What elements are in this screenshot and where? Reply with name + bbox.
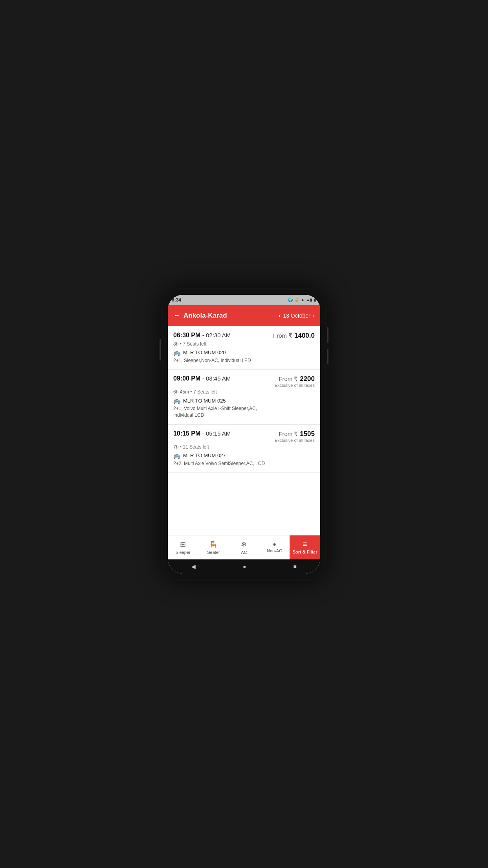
sortfilter-icon: ≡	[303, 540, 307, 548]
bus-details-2: 2+1, Volvo Multi Axle I-Shift Sleeper,AC…	[173, 405, 315, 419]
bus-name-3: MLR TO MUM 027	[183, 452, 226, 458]
bus-name-row-3: 🚌 MLR TO MUM 027	[173, 452, 315, 459]
bus-details-1: 2+1, Sleeper,Non-AC, Individual LED	[173, 357, 315, 364]
app-header: ← Ankola-Karad ‹ 13 October ›	[168, 305, 320, 326]
bottom-nav: ⊞ Sleeper 🪑 Seater ❄ AC ❄ Non-AC ≡ Sort …	[168, 535, 320, 559]
power-button	[160, 339, 161, 360]
bus-arrive-time-2: - 03:45 AM	[202, 375, 231, 382]
sortfilter-label: Sort & Filter	[293, 550, 317, 554]
bus-duration-text-3: 7h • 11 Seats left	[173, 444, 209, 450]
bus-timing-1: 06:30 PM - 02:30 AM	[173, 332, 231, 339]
bus-depart-time-2: 09:00 PM	[173, 375, 200, 382]
bus-price-3: From ₹ 1505 Exclusive of all taxes	[275, 430, 315, 443]
battery-icon: ▮	[314, 298, 316, 302]
bus-vehicle-icon-1: 🚌	[173, 349, 181, 356]
android-recent-button[interactable]: ■	[294, 563, 297, 570]
android-home-button[interactable]: ●	[243, 563, 246, 570]
bus-arrive-time-3: - 05:15 AM	[202, 430, 231, 437]
bus-card-1[interactable]: 06:30 PM - 02:30 AM From ₹ 1400.0 8h • 7…	[168, 326, 320, 370]
bus-tax-note-2: Exclusive of all taxes	[275, 383, 315, 388]
sleeper-label: Sleeper	[176, 550, 191, 555]
bus-vehicle-icon-2: 🚌	[173, 397, 181, 404]
bus-vehicle-icon-3: 🚌	[173, 452, 181, 459]
signal-icon: ▲▮	[306, 298, 312, 302]
bus-price-prefix-1: From	[273, 332, 288, 339]
world-icon: 🌍	[288, 298, 293, 302]
header-left: ← Ankola-Karad	[173, 311, 227, 320]
status-icons: 🌍 🔒 ▲ ▲▮ ▮	[288, 298, 316, 302]
header-title: Ankola-Karad	[183, 312, 227, 320]
bus-depart-time-3: 10:15 PM	[173, 430, 200, 437]
bus-duration-text-1: 8h • 7 Seats left	[173, 341, 206, 347]
bus-card-2[interactable]: 09:00 PM - 03:45 AM From ₹ 2200 Exclusiv…	[168, 370, 320, 425]
nav-seater[interactable]: 🪑 Seater	[198, 535, 229, 559]
bus-name-1: MLR TO MUM 020	[183, 349, 226, 355]
phone-screen: 6:34 🌍 🔒 ▲ ▲▮ ▮ ← Ankola-Karad ‹ 13 Octo…	[168, 295, 320, 574]
volume-up-button	[327, 327, 328, 343]
bus-duration-text-2: 6h 45m • 7 Seats left	[173, 389, 217, 395]
bus-name-row-2: 🚌 MLR TO MUM 025	[173, 397, 315, 404]
bus-price-amount-1: 1400.0	[292, 332, 315, 339]
ac-icon: ❄	[241, 540, 247, 549]
nonac-label: Non-AC	[267, 548, 282, 553]
status-time: 6:34	[172, 297, 181, 303]
bus-price-amount-3: 1505	[298, 430, 315, 438]
android-back-button[interactable]: ◀	[191, 563, 196, 570]
bus-list: 06:30 PM - 02:30 AM From ₹ 1400.0 8h • 7…	[168, 326, 320, 535]
seater-label: Seater	[207, 550, 220, 555]
android-nav-bar: ◀ ● ■	[168, 559, 320, 574]
nonac-icon: ❄	[273, 541, 276, 547]
back-button[interactable]: ←	[173, 311, 180, 320]
bus-price-amount-2: 2200	[298, 375, 315, 383]
bus-price-prefix-3: From	[279, 430, 294, 437]
bus-price-1: From ₹ 1400.0	[273, 332, 315, 340]
wifi-icon: ▲	[301, 298, 305, 302]
bus-details-3: 2+2, Multi Axle Volvo SemiSleeper,AC, LC…	[173, 460, 315, 467]
bus-timing-3: 10:15 PM - 05:15 AM	[173, 430, 231, 437]
header-date-text: 13 October	[283, 313, 310, 319]
nav-sleeper[interactable]: ⊞ Sleeper	[168, 535, 198, 559]
bus-duration-3: 7h • 11 Seats left	[173, 444, 315, 450]
bus-depart-time-1: 06:30 PM	[173, 332, 200, 338]
bus-card-3[interactable]: 10:15 PM - 05:15 AM From ₹ 1505 Exclusiv…	[168, 425, 320, 473]
bus-duration-1: 8h • 7 Seats left	[173, 341, 315, 347]
bus-card-row-3-top: 10:15 PM - 05:15 AM From ₹ 1505 Exclusiv…	[173, 430, 315, 443]
bus-card-row-2-top: 09:00 PM - 03:45 AM From ₹ 2200 Exclusiv…	[173, 375, 315, 388]
bus-arrive-time-1: - 02:30 AM	[202, 332, 231, 338]
header-date-nav: ‹ 13 October ›	[279, 312, 315, 319]
bus-duration-2: 6h 45m • 7 Seats left	[173, 389, 315, 395]
bus-card-row-1-top: 06:30 PM - 02:30 AM From ₹ 1400.0	[173, 332, 315, 340]
bus-tax-note-3: Exclusive of all taxes	[275, 438, 315, 443]
nav-nonac[interactable]: ❄ Non-AC	[259, 535, 290, 559]
bus-name-row-1: 🚌 MLR TO MUM 020	[173, 349, 315, 356]
bus-price-2: From ₹ 2200 Exclusive of all taxes	[275, 375, 315, 388]
ac-label: AC	[241, 550, 247, 555]
bus-price-prefix-2: From	[279, 375, 294, 382]
next-date-button[interactable]: ›	[313, 312, 315, 319]
nav-sortfilter[interactable]: ≡ Sort & Filter	[290, 535, 320, 559]
bus-name-2: MLR TO MUM 025	[183, 398, 226, 404]
prev-date-button[interactable]: ‹	[279, 312, 281, 319]
bus-timing-2: 09:00 PM - 03:45 AM	[173, 375, 231, 382]
volume-down-button	[327, 349, 328, 364]
seater-icon: 🪑	[209, 540, 218, 549]
sleeper-icon: ⊞	[180, 540, 186, 549]
lock-icon: 🔒	[294, 298, 299, 302]
phone-device: 6:34 🌍 🔒 ▲ ▲▮ ▮ ← Ankola-Karad ‹ 13 Octo…	[161, 288, 327, 581]
status-bar: 6:34 🌍 🔒 ▲ ▲▮ ▮	[168, 295, 320, 305]
nav-ac[interactable]: ❄ AC	[229, 535, 259, 559]
